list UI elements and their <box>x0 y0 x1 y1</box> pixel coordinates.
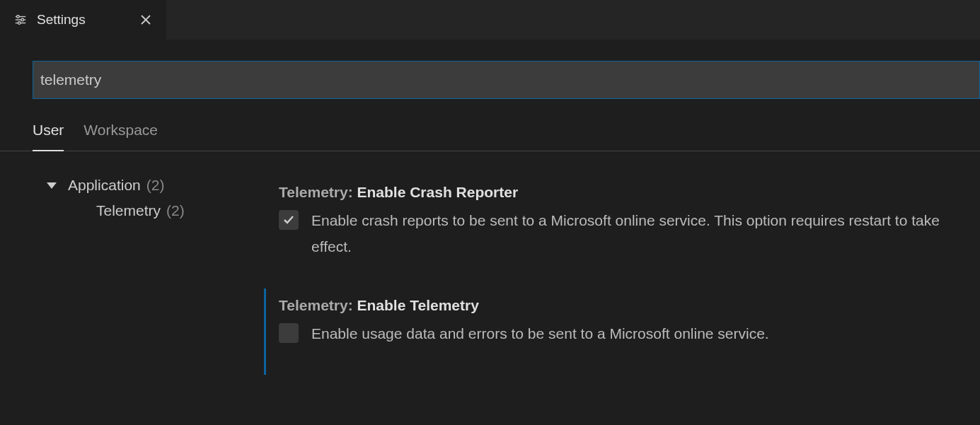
main-area: Application (2) Telemetry (2) Telemetry:… <box>0 151 980 375</box>
setting-body: Enable usage data and errors to be sent … <box>279 321 980 347</box>
setting-prefix: Telemetry: <box>279 184 357 200</box>
tab-label: Settings <box>37 12 86 28</box>
scope-tabs: User Workspace <box>0 99 980 151</box>
setting-name: Enable Telemetry <box>357 297 479 313</box>
tree-item-application[interactable]: Application (2) <box>62 173 279 198</box>
setting-prefix: Telemetry: <box>279 297 357 313</box>
settings-outline-icon <box>14 13 27 26</box>
settings-search-input[interactable] <box>33 61 980 99</box>
tree-item-label: Telemetry <box>96 202 161 219</box>
setting-title: Telemetry: Enable Crash Reporter <box>279 184 980 201</box>
check-icon <box>282 214 295 226</box>
svg-point-5 <box>18 22 21 25</box>
scope-tab-workspace[interactable]: Workspace <box>83 122 158 151</box>
tree-item-count: (2) <box>166 202 185 219</box>
search-container <box>0 61 980 99</box>
setting-description: Enable crash reports to be sent to a Mic… <box>311 208 980 260</box>
setting-item-enable-telemetry: Telemetry: Enable Telemetry Enable usage… <box>264 289 980 375</box>
setting-body: Enable crash reports to be sent to a Mic… <box>279 208 980 260</box>
settings-content: User Workspace Application (2) Telemetry… <box>0 40 980 375</box>
svg-point-4 <box>21 18 24 21</box>
settings-list: Telemetry: Enable Crash Reporter Enable … <box>279 173 980 375</box>
tab-settings[interactable]: Settings <box>0 0 166 40</box>
checkbox-enable-crash-reporter[interactable] <box>279 210 299 230</box>
tree-item-telemetry[interactable]: Telemetry (2) <box>62 198 279 223</box>
tab-bar: Settings <box>0 0 980 40</box>
checkbox-enable-telemetry[interactable] <box>279 323 299 343</box>
settings-tree: Application (2) Telemetry (2) <box>0 173 279 375</box>
tree-item-label: Application <box>68 177 141 194</box>
setting-name: Enable Crash Reporter <box>357 184 519 200</box>
setting-item-enable-crash-reporter: Telemetry: Enable Crash Reporter Enable … <box>279 175 980 289</box>
setting-title: Telemetry: Enable Telemetry <box>279 297 980 314</box>
tree-item-count: (2) <box>146 177 165 194</box>
scope-tab-user[interactable]: User <box>33 122 64 151</box>
chevron-down-icon <box>47 182 57 189</box>
close-icon[interactable] <box>139 13 152 26</box>
svg-point-3 <box>17 16 20 18</box>
setting-description: Enable usage data and errors to be sent … <box>311 321 769 347</box>
